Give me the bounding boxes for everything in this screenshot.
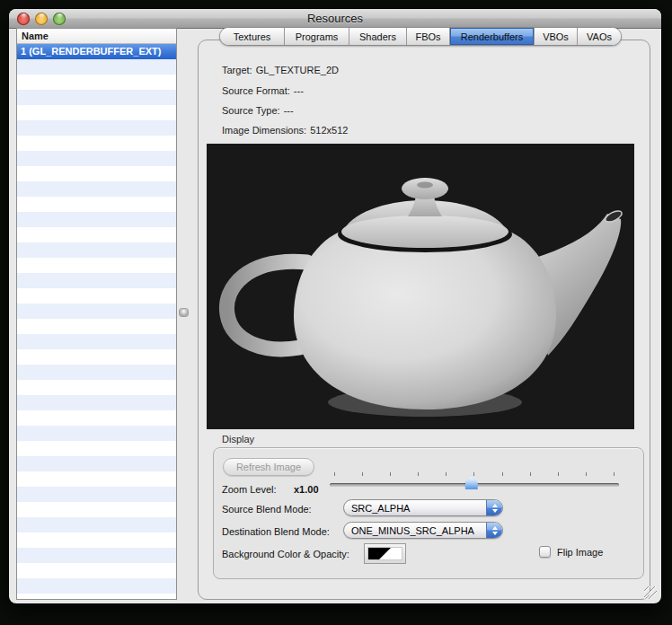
popup-arrows-icon [486,523,502,538]
zoom-slider[interactable] [330,472,619,492]
background-color-well[interactable] [364,543,406,564]
flip-image-checkbox[interactable] [539,546,551,558]
info-dimensions-label: Image Dimensions: [222,125,306,136]
button-gloss [38,13,46,19]
dest-blend-label: Destination Blend Mode: [222,526,330,537]
dest-blend-value: ONE_MINUS_SRC_ALPHA [344,525,486,536]
info-source-type: Source Type:--- [222,105,294,116]
source-blend-label: Source Blend Mode: [222,504,312,515]
color-opacity-swatch-icon [367,547,402,560]
tab-renderbuffers[interactable]: Renderbuffers [450,28,535,45]
resources-window: Resources Name 1 (GL_RENDERBUFFER_EXT) T… [9,9,661,603]
button-gloss [20,13,28,19]
zoom-level-value: x1.00 [294,484,319,495]
title-bar[interactable]: Resources [9,9,661,29]
tab-vaos[interactable]: VAOs [578,28,621,45]
refresh-image-button[interactable]: Refresh Image [223,458,314,476]
resource-list: Name 1 (GL_RENDERBUFFER_EXT) [16,28,177,600]
info-source-format-label: Source Format: [222,85,290,96]
info-source-format-value: --- [294,85,304,96]
tab-bar: Textures Programs Shaders FBOs Renderbuf… [219,27,622,46]
info-source-format: Source Format:--- [222,85,304,96]
window-title: Resources [307,12,363,25]
dest-blend-select[interactable]: ONE_MINUS_SRC_ALPHA [343,522,503,539]
name-column-header[interactable]: Name [17,29,176,44]
info-source-type-value: --- [284,105,294,116]
sidebar-stripes [17,59,176,600]
list-item-renderbuffer[interactable]: 1 (GL_RENDERBUFFER_EXT) [17,44,176,59]
tab-fbos[interactable]: FBOs [407,28,450,45]
button-gloss [56,13,64,19]
flip-image-label: Flip Image [557,547,603,558]
popup-arrows-icon [486,500,502,515]
texture-preview-image [207,144,634,429]
zoom-button-icon[interactable] [53,13,66,25]
info-source-type-label: Source Type: [222,105,280,116]
display-group-label: Display [222,434,254,445]
zoom-level-label: Zoom Level: [222,484,277,495]
source-blend-value: SRC_ALPHA [344,503,486,514]
info-target: Target:GL_TEXTURE_2D [222,65,339,75]
slider-ticks [334,472,615,476]
info-target-value: GL_TEXTURE_2D [256,65,339,75]
tab-programs[interactable]: Programs [285,28,349,45]
background-color-label: Background Color & Opacity: [222,549,349,559]
slider-thumb[interactable] [465,477,478,489]
info-dimensions-value: 512x512 [310,125,348,136]
close-button-icon[interactable] [17,13,30,25]
source-blend-select[interactable]: SRC_ALPHA [343,499,503,516]
minimize-button-icon[interactable] [35,13,48,25]
tab-shaders[interactable]: Shaders [349,28,407,45]
tab-vbos[interactable]: VBOs [535,28,578,45]
info-dimensions: Image Dimensions:512x512 [222,125,348,136]
info-target-label: Target: [222,65,252,75]
tab-textures[interactable]: Textures [220,28,285,45]
splitter-grabber[interactable] [180,309,188,316]
resize-grip-icon[interactable] [644,586,657,599]
teapot-image [207,144,634,429]
